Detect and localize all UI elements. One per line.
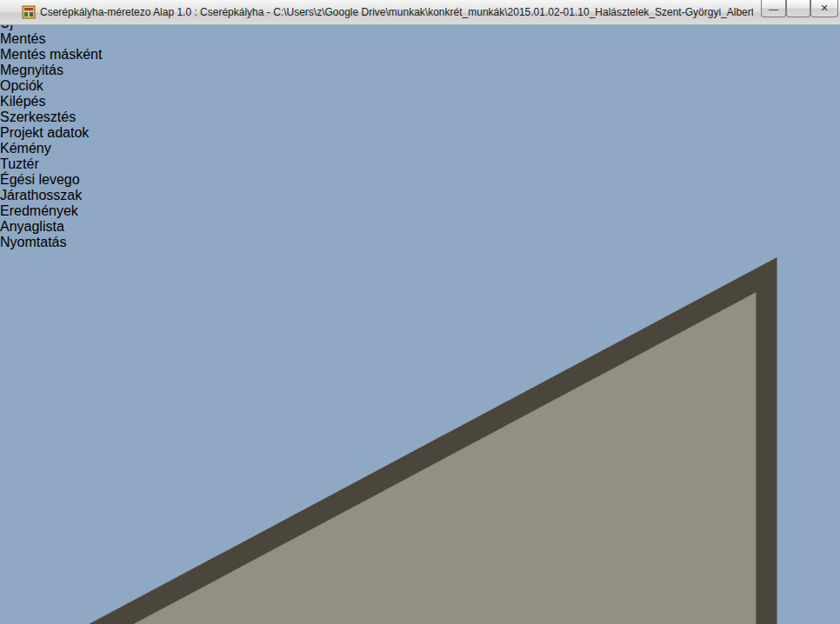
sidebar-item-kilepes[interactable]: Kilépés [0,94,840,110]
sidebar-item-opciok[interactable]: Opciók [0,78,840,94]
title-bar: Cserépkályha-méretezo Alap 1.0 : Cserépk… [0,0,840,25]
application-window: Cserépkályha-méretezo Alap 1.0 : Cserépk… [0,0,840,624]
sidebar-item-tuzter[interactable]: Tuztér [0,156,840,172]
app-icon [22,5,36,19]
sidebar-item-anyaglista[interactable]: Anyaglista [0,219,840,235]
close-button[interactable]: ✕ [810,0,838,17]
sidebar-item-mentes[interactable]: Mentés [0,31,840,47]
current-page-arrow-icon [0,250,840,624]
sidebar-section-szerkesztes: Szerkesztés [0,110,840,125]
sidebar-item-kemeny[interactable]: Kémény [0,141,840,156]
minimize-button[interactable]: — [761,0,786,17]
sidebar-menu: ProjektÚjMentésMentés máskéntMegnyitásOp… [0,0,840,250]
sidebar-item-jarathosszak[interactable]: Járathosszak [0,188,840,203]
maximize-button[interactable] [786,0,810,17]
sidebar-item-mentes-maskent[interactable]: Mentés másként [0,47,840,63]
sidebar-item-megnyitas[interactable]: Megnyitás [0,63,840,78]
sidebar-item-egesi-levego[interactable]: Égési levego [0,172,840,188]
sidebar-section-eredmenyek: Eredmények [0,203,840,219]
sidebar-item-nyomtatas[interactable]: Nyomtatás [0,235,840,250]
sidebar-item-projekt-adatok[interactable]: Projekt adatok [0,125,840,141]
window-title: Cserépkályha-méretezo Alap 1.0 : Cserépk… [40,0,753,24]
